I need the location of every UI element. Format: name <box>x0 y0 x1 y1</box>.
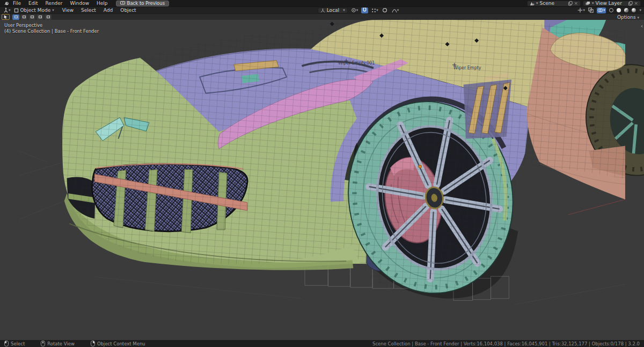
shading-rendered-button[interactable] <box>631 8 638 13</box>
active-tool-select-box-button[interactable] <box>2 14 10 20</box>
select-mode-extend-button[interactable] <box>20 15 27 20</box>
menu-render[interactable]: Render <box>42 1 67 6</box>
viewport-header: ▾ Object Mode ▾ View Select Add Object L… <box>0 6 644 13</box>
overlays-toggle[interactable]: ▾ <box>597 8 606 13</box>
gizmo-icon <box>577 8 583 13</box>
chevron-down-icon: ▾ <box>637 16 639 20</box>
viewport-info-overlay: User Perspective (4) Scene Collection | … <box>4 23 99 34</box>
mouse-middle-icon <box>41 341 45 346</box>
shading-wireframe-button[interactable] <box>608 8 615 13</box>
overlays-icon <box>597 8 603 13</box>
back-to-previous-button[interactable]: Back to Previous <box>116 1 170 6</box>
transform-orientation-dropdown[interactable]: Local ▾ <box>318 8 348 13</box>
orientation-axes-icon <box>320 8 325 13</box>
hint-select: Select <box>4 341 25 346</box>
menu-window[interactable]: Window <box>67 1 93 6</box>
chevron-down-icon: ▾ <box>536 2 538 5</box>
scene-name: Scene <box>540 1 554 6</box>
pivot-point-dropdown[interactable]: ▾ <box>350 8 359 13</box>
blender-logo-icon[interactable] <box>3 1 9 6</box>
mode-label: Object Mode <box>20 8 51 13</box>
new-scene-icon[interactable] <box>568 1 573 6</box>
scene-statistics: Scene Collection | Base - Front Fender |… <box>372 341 640 346</box>
editor-type-selector[interactable] <box>3 8 9 13</box>
active-collection-label: (4) Scene Collection | Base - Front Fend… <box>4 28 99 34</box>
menu-select[interactable]: Select <box>77 8 100 13</box>
hint-label: Object Context Menu <box>97 341 145 346</box>
chevron-down-icon: ▾ <box>592 2 594 5</box>
menu-file[interactable]: File <box>9 1 25 6</box>
object-name-label: Wiper Empty <box>453 66 481 70</box>
gizmo-dropdown[interactable]: ▾ <box>577 8 586 13</box>
select-mode-intersect-button[interactable] <box>45 15 52 20</box>
menu-object[interactable]: Object <box>116 8 140 13</box>
scene-icon <box>530 1 535 6</box>
select-mode-subtract-button[interactable] <box>28 15 35 20</box>
back-to-previous-label: Back to Previous <box>127 1 165 6</box>
scene-selector[interactable]: ▾ Scene × <box>527 1 581 6</box>
view-layer-icon <box>586 1 590 6</box>
select-mode-new-button[interactable] <box>12 15 19 20</box>
sidebar-collapse-arrow[interactable]: ‹ <box>641 23 643 29</box>
shading-material-button[interactable] <box>623 8 630 13</box>
options-label: Options <box>617 15 636 20</box>
snap-settings-dropdown[interactable]: ▾ <box>371 8 379 13</box>
mouse-left-icon <box>4 341 9 346</box>
menu-add[interactable]: Add <box>100 8 116 13</box>
menu-view[interactable]: View <box>58 8 77 13</box>
view-layer-selector[interactable]: ▾ View Layer × <box>583 1 641 6</box>
cursor-icon <box>3 15 8 19</box>
hint-label: Select <box>11 341 25 346</box>
object-mode-icon <box>14 8 19 13</box>
mouse-right-icon <box>91 341 95 346</box>
new-layer-icon[interactable] <box>628 1 633 6</box>
blender-window: File Edit Render Window Help Back to Pre… <box>0 0 644 347</box>
hint-context-menu: Object Context Menu <box>91 341 145 346</box>
viewport-canvas[interactable] <box>0 20 644 340</box>
shading-dropdown[interactable]: ▾ <box>640 9 642 12</box>
xray-toggle[interactable] <box>588 8 595 13</box>
object-name-label: Wiper Empty.001 <box>338 61 375 66</box>
shading-mode-group <box>608 8 638 13</box>
object-origin-dot <box>419 165 422 168</box>
tool-settings-bar: Options ▾ <box>0 13 644 20</box>
menu-edit[interactable]: Edit <box>25 1 41 6</box>
proportional-falloff-dropdown[interactable]: ▾ <box>391 8 400 13</box>
topbar: File Edit Render Window Help Back to Pre… <box>0 0 644 6</box>
orientation-label: Local <box>327 8 339 13</box>
shading-solid-button[interactable] <box>616 8 623 13</box>
status-bar: Select Rotate View Object Context Menu S… <box>0 340 644 347</box>
remove-layer-icon[interactable]: × <box>634 1 638 6</box>
options-dropdown[interactable]: Options ▾ <box>617 15 639 20</box>
view-perspective-label: User Perspective <box>4 23 99 28</box>
select-mode-invert-button[interactable] <box>36 15 43 20</box>
snap-toggle[interactable] <box>361 8 368 13</box>
menu-help[interactable]: Help <box>93 1 112 6</box>
chevron-down-icon: ▾ <box>9 9 11 12</box>
view-layer-name: View Layer <box>596 1 622 6</box>
chevron-down-icon: ▾ <box>52 9 54 12</box>
mode-dropdown[interactable]: Object Mode ▾ <box>14 8 54 13</box>
hint-label: Rotate View <box>47 341 75 346</box>
xray-icon <box>588 8 594 13</box>
screen-back-icon <box>120 1 125 5</box>
viewport-3d[interactable]: User Perspective (4) Scene Collection | … <box>0 20 644 340</box>
chevron-down-icon: ▾ <box>343 9 345 12</box>
proportional-editing-toggle[interactable] <box>382 8 389 13</box>
unlink-scene-icon[interactable]: × <box>574 1 578 6</box>
hint-rotate-view: Rotate View <box>41 341 75 346</box>
